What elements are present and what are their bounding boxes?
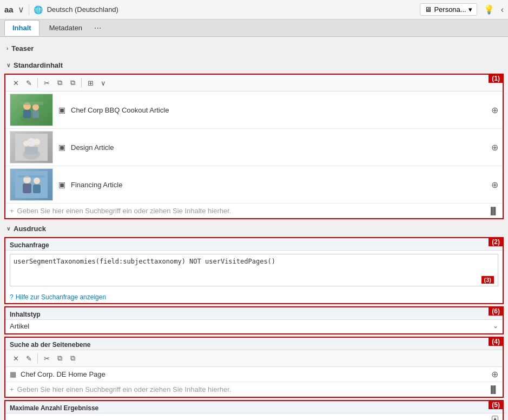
design-thumb-image: [10, 132, 52, 163]
inhaltstyp-row: Artikel ⌄: [5, 320, 503, 333]
finance-thumb-image: [10, 169, 52, 200]
svg-rect-9: [25, 147, 38, 154]
bar-chart-icon: ▐▌: [489, 207, 498, 215]
svg-point-15: [34, 178, 40, 184]
cut-button[interactable]: ✂: [41, 77, 52, 89]
section-standardinhalt: ∨ Standardinhalt (1) ✕ ✎ ✂ ⧉ ⧉ ⊞ ∨: [4, 58, 504, 219]
dropdown-icon[interactable]: ∨: [18, 4, 24, 15]
top-bar: aa ∨ 🌐 Deutsch (Deutschland) 🖥 Persona..…: [0, 0, 508, 19]
suche-edit-button[interactable]: ✎: [23, 352, 35, 364]
box-number-4: (4): [489, 337, 503, 346]
suche-toolbar-sep: [37, 353, 38, 363]
globe-icon-3[interactable]: ⊕: [491, 180, 498, 190]
article-icon-2: ▣: [58, 143, 65, 152]
suche-plus-icon: +: [10, 385, 14, 393]
tab-bar: Inhalt Metadaten ···: [0, 19, 508, 37]
persona-monitor-icon: 🖥: [425, 5, 432, 14]
inhaltstyp-value: Artikel: [10, 322, 29, 330]
svg-point-10: [23, 141, 29, 146]
design-article-label: Design Article: [71, 143, 486, 152]
suche-search-placeholder: Geben Sie hier einen Suchbegriff ein ode…: [17, 385, 232, 393]
suchanfrage-label: Suchanfrage: [5, 238, 503, 251]
question-icon: ?: [10, 293, 14, 301]
suche-ab-toolbar: ✕ ✎ ✂ ⧉ ⧉: [5, 350, 503, 367]
svg-rect-17: [18, 175, 45, 178]
edit-button[interactable]: ✎: [23, 77, 35, 89]
top-bar-right: 🖥 Persona... ▾ 💡 ‹: [420, 3, 504, 16]
standardinhalt-section-header[interactable]: ∨ Standardinhalt: [4, 58, 504, 73]
suchanfrage-box: (2) Suchanfrage userSegmentTaxonomies(fi…: [4, 237, 504, 304]
ausdruck-section-header[interactable]: ∨ Ausdruck: [4, 221, 504, 236]
box-number-1: (1): [489, 74, 503, 83]
suche-globe-icon[interactable]: ⊕: [491, 369, 498, 379]
tab-metadaten[interactable]: Metadaten: [42, 21, 90, 35]
standardinhalt-label: Standardinhalt: [14, 61, 63, 69]
toolbar-separator: [37, 78, 38, 88]
section-ausdruck: ∨ Ausdruck (2) Suchanfrage userSegmentTa…: [4, 221, 504, 420]
bbq-thumbnail: [10, 94, 53, 126]
teaser-expand-icon: ›: [6, 45, 8, 51]
ausdruck-label: Ausdruck: [14, 225, 46, 233]
tab-inhalt[interactable]: Inhalt: [4, 20, 39, 36]
push-button[interactable]: ⊞: [84, 77, 96, 89]
inhaltstyp-box: (6) Inhaltstyp Artikel ⌄: [4, 306, 504, 334]
maximale-box: (5) Maximale Anzahl Ergebnisse 5 ▲ ▼: [4, 400, 504, 420]
standardinhalt-collapse-icon: ∨: [6, 62, 10, 68]
spinner-up-button[interactable]: ▲: [492, 416, 498, 420]
back-icon[interactable]: ‹: [501, 5, 504, 15]
suche-search-row[interactable]: + Geben Sie hier einen Suchbegriff ein o…: [5, 382, 503, 397]
suche-ab-label: Suche ab der Seitenebene: [5, 338, 503, 350]
separator: [29, 4, 29, 15]
list-item: ▣ Chef Corp BBQ Cookout Article ⊕: [5, 91, 503, 129]
language-globe-icon: 🌐: [34, 5, 43, 14]
globe-icon-2[interactable]: ⊕: [491, 142, 498, 153]
svg-rect-16: [33, 185, 41, 193]
copy-button[interactable]: ⧉: [54, 77, 65, 89]
main-content: › Teaser ∨ Standardinhalt (1) ✕ ✎ ✂ ⧉ ⧉ …: [0, 37, 508, 420]
list-item: ▣ Financing Article ⊕: [5, 166, 503, 204]
suche-cut-button[interactable]: ✂: [41, 352, 52, 364]
persona-chevron-icon: ▾: [469, 5, 472, 14]
teaser-section-header[interactable]: › Teaser: [4, 41, 504, 56]
box-number-6: (6): [489, 307, 503, 316]
globe-icon-1[interactable]: ⊕: [491, 105, 498, 115]
plus-icon: +: [10, 207, 14, 215]
inhaltstyp-label: Inhaltstyp: [5, 307, 503, 320]
finance-thumbnail: [10, 168, 53, 201]
paste-button[interactable]: ⧉: [67, 77, 78, 89]
teaser-label: Teaser: [11, 44, 34, 52]
suche-paste-button[interactable]: ⧉: [67, 352, 78, 364]
svg-rect-5: [19, 102, 43, 105]
spinner: ▲ ▼: [492, 416, 498, 420]
query-area: userSegmentTaxonomies(field:subjecttaxon…: [5, 251, 503, 291]
page-item: ▦ Chef Corp. DE Home Page ⊕: [5, 367, 503, 382]
query-textarea[interactable]: userSegmentTaxonomies(field:subjecttaxon…: [10, 254, 498, 286]
persona-label: Persona...: [434, 5, 466, 14]
box-number-2: (2): [489, 238, 503, 246]
max-row: 5 ▲ ▼: [5, 414, 503, 420]
persona-button[interactable]: 🖥 Persona... ▾: [420, 3, 477, 16]
bbq-article-label: Chef Corp BBQ Cookout Article: [71, 106, 486, 114]
close-button[interactable]: ✕: [10, 77, 22, 89]
search-row[interactable]: + Geben Sie hier einen Suchbegriff ein o…: [5, 204, 503, 218]
standardinhalt-box: (1) ✕ ✎ ✂ ⧉ ⧉ ⊞ ∨: [4, 74, 504, 219]
help-link[interactable]: ? Hilfe zur Suchanfrage anzeigen: [5, 291, 503, 303]
suche-copy-button[interactable]: ⧉: [54, 352, 65, 364]
annotation-3: (3): [481, 276, 494, 284]
article-icon-1: ▣: [58, 106, 65, 114]
bbq-thumb-image: [10, 94, 52, 126]
suche-close-button[interactable]: ✕: [10, 352, 22, 364]
article-icon-3: ▣: [58, 180, 65, 189]
tab-more[interactable]: ···: [92, 21, 103, 35]
inhaltstyp-dropdown-icon[interactable]: ⌄: [493, 322, 498, 330]
suche-bar-chart-icon: ▐▌: [489, 385, 498, 393]
svg-rect-12: [15, 171, 48, 198]
language-label: Deutsch (Deutschland): [47, 5, 118, 14]
push-dropdown-button[interactable]: ∨: [97, 77, 109, 89]
list-item: ▣ Design Article ⊕: [5, 129, 503, 166]
maximale-label: Maximale Anzahl Ergebnisse: [5, 401, 503, 414]
page-label: Chef Corp. DE Home Page: [21, 370, 487, 378]
help-link-text: Hilfe zur Suchanfrage anzeigen: [16, 293, 106, 301]
bulb-icon[interactable]: 💡: [484, 4, 494, 15]
svg-rect-14: [23, 183, 31, 193]
